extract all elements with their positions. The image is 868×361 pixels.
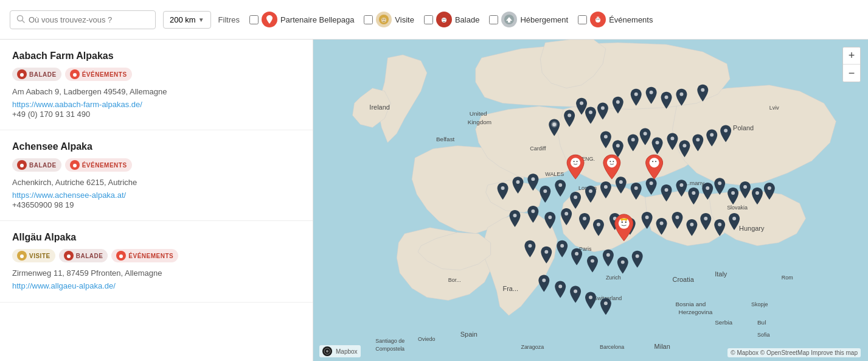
- tag-evenements: ÉVÉNEMENTS: [111, 249, 178, 262]
- svg-point-90: [543, 189, 547, 193]
- svg-point-95: [619, 180, 623, 184]
- mapbox-label: Mapbox: [336, 348, 358, 355]
- svg-point-133: [589, 295, 592, 299]
- svg-point-127: [606, 253, 610, 257]
- svg-point-125: [575, 252, 578, 256]
- svg-point-77: [604, 135, 608, 138]
- svg-text:Herzegovina: Herzegovina: [678, 309, 712, 315]
- listing-url[interactable]: https://www.achensee-alpaka.at/: [12, 191, 126, 200]
- svg-point-109: [548, 216, 552, 219]
- svg-point-80: [644, 131, 647, 135]
- svg-point-128: [621, 261, 625, 264]
- filter-partenaire[interactable]: Partenaire Bellepaga: [249, 12, 354, 27]
- svg-point-75: [679, 93, 683, 96]
- tag-visite-icon: [17, 251, 27, 261]
- svg-point-111: [583, 217, 586, 220]
- svg-text:Kingdom: Kingdom: [468, 119, 491, 125]
- tag-visite: VISITE: [12, 249, 55, 262]
- filter-hebergement-checkbox[interactable]: [489, 15, 498, 24]
- listing-address: Am Aabach 9, Ladbergen 49549, Allemagne: [12, 87, 300, 96]
- svg-text:Oviedo: Oviedo: [418, 336, 435, 342]
- svg-point-112: [597, 223, 600, 226]
- svg-point-74: [665, 96, 668, 99]
- filters-section: Filtres Partenaire Bellepaga: [218, 12, 653, 27]
- svg-point-104: [743, 185, 747, 189]
- tag-balade-icon: [64, 251, 74, 261]
- top-bar: 200 km ▼ Filtres Partenaire Bellepaga: [0, 0, 868, 40]
- listing-name: Achensee Alpaka: [12, 141, 300, 152]
- svg-point-71: [616, 100, 620, 104]
- chevron-down-icon: ▼: [198, 16, 204, 23]
- svg-point-67: [568, 114, 571, 117]
- list-item[interactable]: Allgäu Alpaka VISITE BALADE: [0, 221, 313, 303]
- svg-text:...many: ...many: [684, 180, 704, 186]
- listing-name: Allgäu Alpaka: [12, 232, 300, 243]
- search-input[interactable]: [29, 15, 149, 24]
- tag-evenements: ÉVÉNEMENTS: [65, 68, 132, 81]
- listing-url[interactable]: http://www.allgaeu-alpaka.de/: [12, 281, 116, 290]
- svg-point-87: [501, 186, 505, 190]
- svg-point-79: [631, 138, 635, 141]
- svg-point-97: [650, 181, 653, 185]
- svg-point-122: [528, 244, 532, 248]
- svg-point-134: [604, 301, 608, 305]
- svg-text:Spain: Spain: [460, 331, 477, 338]
- svg-point-130: [542, 279, 546, 282]
- listing-url[interactable]: https://www.aabach-farm-alpakas.de/: [12, 100, 142, 109]
- filter-visite-checkbox[interactable]: [364, 15, 373, 24]
- svg-point-72: [634, 93, 638, 96]
- svg-point-85: [710, 133, 713, 136]
- svg-point-29: [119, 254, 123, 258]
- svg-point-120: [718, 223, 721, 226]
- svg-point-115: [645, 216, 649, 219]
- svg-text:Bosnia and: Bosnia and: [675, 301, 706, 307]
- distance-selector[interactable]: 200 km ▼: [163, 11, 211, 29]
- svg-point-19: [73, 73, 77, 77]
- filter-evenements-label: Événements: [609, 15, 653, 24]
- list-item[interactable]: Aabach Farm Alpakas BALADE ÉVÉNEMENTS Am…: [0, 40, 313, 130]
- svg-text:Poland: Poland: [733, 124, 754, 131]
- svg-point-123: [544, 250, 548, 254]
- svg-point-149: [326, 350, 328, 352]
- svg-point-135: [571, 158, 580, 167]
- filter-balade-checkbox[interactable]: [424, 15, 433, 24]
- svg-point-69: [589, 111, 592, 114]
- zoom-out-button[interactable]: −: [843, 65, 860, 82]
- filter-evenements[interactable]: Événements: [578, 12, 653, 27]
- filter-partenaire-checkbox[interactable]: [249, 15, 259, 24]
- svg-point-14: [597, 19, 598, 20]
- map-credit: © Mapbox © OpenStreetMap Improve this ma…: [727, 348, 861, 357]
- svg-text:Milan: Milan: [654, 343, 670, 350]
- distance-value: 200 km: [170, 15, 196, 24]
- svg-point-110: [564, 212, 568, 216]
- svg-point-101: [706, 186, 709, 190]
- listing-tags: VISITE BALADE ÉVÉNEMENTS: [12, 249, 300, 262]
- filter-evenements-checkbox[interactable]: [578, 15, 587, 24]
- filter-balade[interactable]: Balade: [424, 12, 479, 27]
- map-container[interactable]: Ireland: [313, 40, 868, 361]
- zoom-in-button[interactable]: +: [843, 47, 860, 65]
- svg-point-8: [443, 19, 444, 20]
- svg-point-140: [613, 161, 614, 162]
- svg-point-92: [574, 195, 577, 199]
- svg-point-82: [671, 136, 675, 140]
- search-box[interactable]: [10, 10, 156, 29]
- search-icon: [16, 15, 25, 25]
- filter-visite[interactable]: Visite: [364, 12, 414, 27]
- zoom-controls: + −: [842, 47, 861, 82]
- svg-point-131: [558, 284, 562, 288]
- svg-text:Slovakia: Slovakia: [727, 205, 748, 211]
- tag-evenements-icon: [70, 160, 80, 170]
- listing-tags: BALADE ÉVÉNEMENTS: [12, 158, 300, 172]
- svg-text:Santiago de: Santiago de: [375, 338, 404, 344]
- svg-point-93: [589, 189, 592, 193]
- filter-hebergement[interactable]: Hébergement: [489, 12, 568, 27]
- svg-point-17: [20, 73, 24, 77]
- list-item[interactable]: Achensee Alpaka BALADE ÉVÉNEMENTS Achenk…: [0, 130, 313, 221]
- svg-point-107: [513, 214, 516, 217]
- svg-point-89: [531, 177, 535, 181]
- svg-point-13: [595, 18, 600, 23]
- svg-point-136: [574, 161, 575, 162]
- svg-point-23: [73, 164, 77, 167]
- svg-point-129: [636, 254, 639, 258]
